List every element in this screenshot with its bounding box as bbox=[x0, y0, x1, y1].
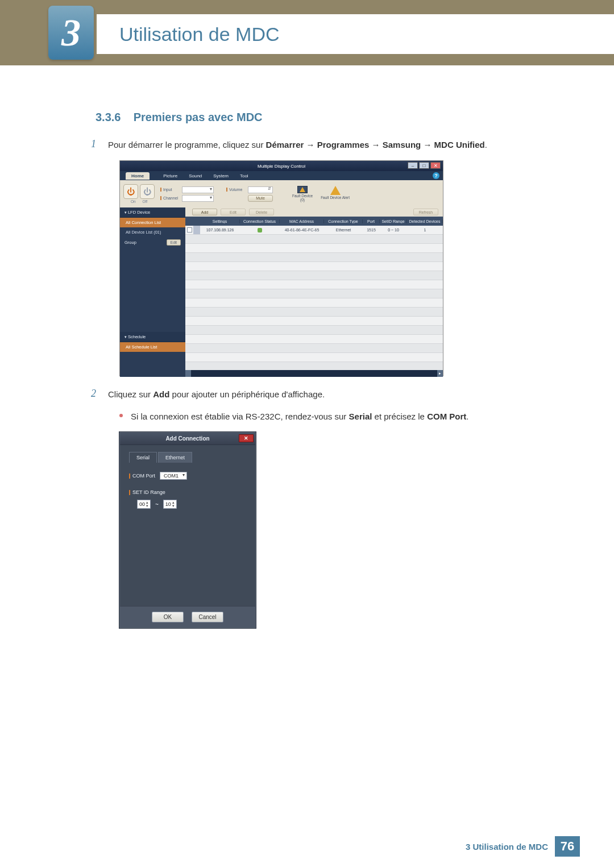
table-row bbox=[185, 298, 443, 308]
range-to-spinner[interactable]: 10▴▾ bbox=[163, 500, 177, 509]
section-heading: 3.3.6 Premiers pas avec MDC bbox=[96, 111, 569, 124]
toolbar: ⏻ ⏻ On Off Input Channel bbox=[120, 180, 443, 207]
cancel-button[interactable]: Cancel bbox=[192, 612, 223, 622]
add-button[interactable]: Add bbox=[192, 209, 217, 215]
col-port: Port bbox=[363, 219, 380, 223]
delete-button[interactable]: Delete bbox=[249, 209, 274, 215]
add-connection-dialog: Add Connection ✕ Serial Ethernet COM Por… bbox=[119, 432, 256, 628]
tab-system[interactable]: System bbox=[213, 173, 229, 178]
cell-port: 1515 bbox=[363, 228, 380, 232]
section-title: Premiers pas avec MDC bbox=[134, 111, 263, 123]
chapter-title: Utilisation de MDC bbox=[119, 23, 280, 45]
cell-detected: 1 bbox=[407, 228, 443, 232]
fault-device-indicator[interactable]: Fault Device (0) bbox=[292, 186, 313, 202]
dialog-close-button[interactable]: ✕ bbox=[239, 434, 254, 442]
sidebar-section-schedule[interactable]: Schedule bbox=[120, 332, 185, 342]
step-number: 1 bbox=[91, 138, 108, 152]
table-row bbox=[185, 344, 443, 353]
action-bar: Add Edit Delete Refresh bbox=[185, 207, 443, 217]
step-text: Cliquez sur Add pour ajouter un périphér… bbox=[108, 388, 325, 401]
page-footer: 3 Utilisation de MDC 76 bbox=[466, 836, 580, 857]
maximize-button[interactable]: □ bbox=[419, 162, 429, 169]
tab-serial[interactable]: Serial bbox=[129, 452, 157, 463]
col-settings: Settings bbox=[200, 219, 240, 223]
dialog-tabs: Serial Ethernet bbox=[129, 452, 246, 463]
dialog-footer: OK Cancel bbox=[120, 606, 255, 628]
page-header: 3 Utilisation de MDC bbox=[0, 0, 614, 65]
row-checkbox[interactable] bbox=[187, 227, 192, 232]
com-port-row: COM Port COM1 bbox=[129, 472, 246, 480]
sidebar-edit-button[interactable]: Edit bbox=[167, 239, 181, 246]
volume-group: Volume Mute bbox=[226, 186, 273, 202]
table-row[interactable]: 107.108.89.126 40-61-86-4E-FC-65 Etherne… bbox=[185, 226, 443, 235]
table-row bbox=[185, 317, 443, 326]
dialog-body: Serial Ethernet COM Port COM1 SET ID Ran… bbox=[120, 445, 255, 606]
status-connected-icon bbox=[258, 228, 262, 232]
power-off-icon: ⏻ bbox=[143, 187, 151, 196]
edit-button[interactable]: Edit bbox=[221, 209, 246, 215]
menu-bar: Home Picture Sound System Tool ? bbox=[120, 171, 443, 180]
com-port-dropdown[interactable]: COM1 bbox=[160, 472, 187, 480]
step-1: 1 Pour démarrer le programme, cliquez su… bbox=[91, 138, 569, 152]
main-panel: Add Edit Delete Refresh Settings Connect… bbox=[185, 207, 443, 377]
volume-spinner[interactable] bbox=[248, 186, 273, 193]
fault-alert-indicator[interactable]: Fault Device Alert bbox=[321, 186, 350, 200]
tab-ethernet[interactable]: Ethernet bbox=[158, 452, 192, 463]
input-dropdown[interactable] bbox=[182, 186, 214, 193]
cell-range: 0 ~ 10 bbox=[380, 228, 407, 232]
ok-button[interactable]: OK bbox=[152, 612, 184, 622]
col-range: SetID Range bbox=[380, 219, 407, 223]
input-label: Input bbox=[160, 188, 180, 192]
sidebar-item-all-schedule[interactable]: All Schedule List bbox=[120, 342, 185, 352]
close-button[interactable]: ✕ bbox=[430, 162, 441, 169]
power-on-button[interactable]: ⏻ bbox=[123, 184, 138, 199]
help-icon[interactable]: ? bbox=[433, 172, 439, 179]
sidebar: LFD Device All Connection List All Devic… bbox=[120, 207, 185, 377]
step-2: 2 Cliquez sur Add pour ajouter un périph… bbox=[91, 388, 569, 401]
window-title: Multiple Display Control bbox=[258, 164, 305, 169]
setid-range-row: 00▴▾ ~ 10▴▾ bbox=[137, 500, 246, 509]
sidebar-group-row: Group Edit bbox=[120, 237, 185, 248]
sidebar-item-all-connection[interactable]: All Connection List bbox=[120, 218, 185, 227]
mdc-main-window: Multiple Display Control – □ ✕ Home Pict… bbox=[119, 160, 443, 376]
alert-group: Fault Device (0) Fault Device Alert bbox=[292, 186, 350, 202]
table-row bbox=[185, 289, 443, 298]
chapter-badge: 3 bbox=[48, 6, 94, 60]
power-off-button[interactable]: ⏻ bbox=[140, 184, 155, 199]
table-row bbox=[185, 280, 443, 289]
power-icon: ⏻ bbox=[127, 187, 135, 196]
table-row bbox=[185, 326, 443, 335]
table-row bbox=[185, 271, 443, 280]
minimize-button[interactable]: – bbox=[408, 162, 418, 169]
sidebar-group-label: Group bbox=[125, 240, 136, 245]
refresh-button[interactable]: Refresh bbox=[413, 209, 438, 215]
tab-picture[interactable]: Picture bbox=[163, 173, 177, 178]
range-separator: ~ bbox=[155, 501, 159, 508]
table-row bbox=[185, 308, 443, 317]
col-status: Connection Status bbox=[240, 219, 280, 223]
range-from-spinner[interactable]: 00▴▾ bbox=[137, 500, 151, 509]
sidebar-item-all-device[interactable]: All Device List (01) bbox=[120, 227, 185, 237]
page-content: 3.3.6 Premiers pas avec MDC 1 Pour démar… bbox=[0, 65, 614, 628]
table-row bbox=[185, 244, 443, 253]
cell-mac: 40-61-86-4E-FC-65 bbox=[280, 228, 324, 232]
channel-label: Channel bbox=[160, 196, 180, 200]
table-row bbox=[185, 253, 443, 262]
com-port-label: COM Port bbox=[129, 473, 155, 479]
step-number: 2 bbox=[91, 388, 108, 401]
tab-home[interactable]: Home bbox=[126, 172, 150, 180]
window-controls: – □ ✕ bbox=[408, 162, 441, 169]
tab-tool[interactable]: Tool bbox=[240, 173, 248, 178]
mute-button[interactable]: Mute bbox=[248, 195, 273, 202]
dialog-titlebar: Add Connection ✕ bbox=[120, 433, 255, 445]
bullet-icon bbox=[119, 414, 123, 417]
cell-type: Ethernet bbox=[324, 228, 363, 232]
bullet-text: Si la connexion est établie via RS-232C,… bbox=[131, 410, 468, 423]
tab-sound[interactable]: Sound bbox=[189, 173, 202, 178]
horizontal-scrollbar[interactable]: ▸ bbox=[185, 370, 443, 377]
window-titlebar: Multiple Display Control – □ ✕ bbox=[120, 161, 443, 171]
channel-dropdown[interactable] bbox=[182, 195, 214, 202]
table-row bbox=[185, 353, 443, 362]
sidebar-section-lfd[interactable]: LFD Device bbox=[120, 207, 185, 218]
table-row bbox=[185, 335, 443, 344]
